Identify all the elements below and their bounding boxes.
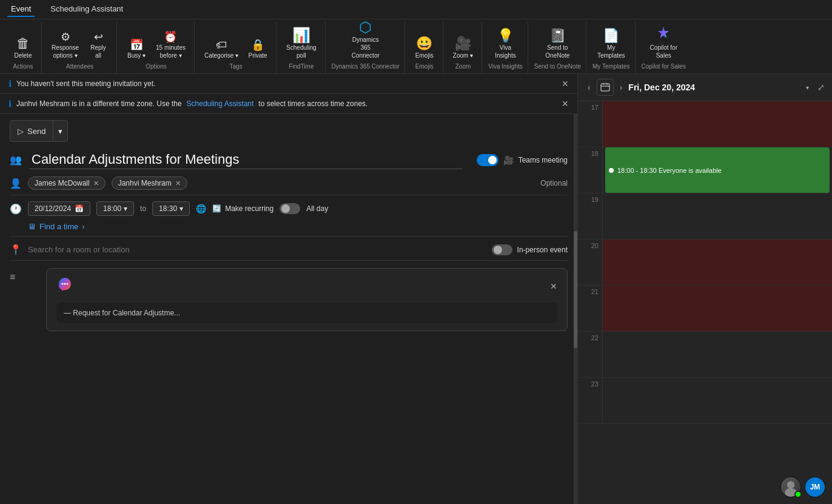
svg-point-2 xyxy=(67,283,69,285)
location-input[interactable] xyxy=(28,245,486,254)
my-templates-button[interactable]: 📄 MyTemplates xyxy=(594,27,629,62)
copilot-inner: — Request for Calendar Adjustme... xyxy=(56,303,557,323)
copilot-header: ✕ xyxy=(56,276,557,297)
send-dropdown-button[interactable]: ▾ xyxy=(53,121,67,141)
meeting-icon: 👥 xyxy=(10,154,22,166)
ribbon-group-tags: 🏷 Categorise ▾ 🔒 Private Tags xyxy=(196,22,277,73)
zoom-group-label: Zoom xyxy=(455,63,471,71)
categorise-icon: 🏷 xyxy=(216,39,227,50)
time-label-20: 20 xyxy=(578,240,602,249)
reply-all-button[interactable]: ↩ Replyall xyxy=(85,29,112,62)
scheduling-assistant-link[interactable]: Scheduling Assistant xyxy=(187,99,254,108)
calendar-date-dropdown[interactable]: ▾ xyxy=(806,84,809,91)
scheduling-poll-label: Schedulingpoll xyxy=(286,44,316,59)
all-day-label: All day xyxy=(306,204,328,213)
onenote-group-label: Send to OneNote xyxy=(534,63,581,71)
copilot-close-button[interactable]: ✕ xyxy=(550,281,557,291)
end-time-input[interactable]: 18:30 ▾ xyxy=(152,201,190,216)
tab-scheduling-assistant[interactable]: Scheduling Assistant xyxy=(47,2,127,17)
ribbon-group-copilot: Copilot forSales Copilot for Sales xyxy=(637,22,691,73)
ribbon-group-viva: 💡 VivaInsights Viva Insights xyxy=(483,22,528,73)
find-time-button[interactable]: 🖥 Find a time › xyxy=(28,222,85,231)
start-time-value: 18:00 xyxy=(103,204,121,213)
form-container: ▷ Send ▾ 👥 🎥 Teams meet xyxy=(0,114,577,504)
event-text-18: 18:00 - 18:30 Everyone is available xyxy=(617,167,722,174)
svg-point-7 xyxy=(787,481,794,488)
viva-insights-icon: 💡 xyxy=(497,29,514,42)
time-label-23: 23 xyxy=(578,378,602,388)
time-content-17 xyxy=(602,101,832,147)
attendee-janhvi-name: Janhvi Meshram xyxy=(118,179,172,187)
private-button[interactable]: 🔒 Private xyxy=(244,37,271,62)
svg-point-1 xyxy=(64,283,66,285)
time-label-18: 18 xyxy=(578,147,602,157)
cal-today-button[interactable] xyxy=(597,79,614,96)
send-onenote-button[interactable]: 📓 Send toOneNote xyxy=(542,27,573,62)
dynamics-group-label: Dynamics 365 Connector xyxy=(332,63,400,71)
teams-toggle[interactable] xyxy=(477,154,498,166)
dynamics365-icon: ⬡ xyxy=(359,20,372,35)
copilot-sales-button[interactable]: Copilot forSales xyxy=(646,23,681,62)
ribbon-group-attendees: ⚙ Responseoptions ▾ ↩ Replyall Attendees xyxy=(43,22,117,73)
send-row: ▷ Send ▾ xyxy=(10,120,568,142)
scroll-bar[interactable] xyxy=(574,114,577,504)
ribbon-group-options: 📅 Busy ▾ ⏰ 15 minutesbefore ▾ Options xyxy=(118,22,195,73)
attendee-janhvi-remove[interactable]: ✕ xyxy=(175,180,181,187)
delete-icon: 🗑 xyxy=(16,37,30,50)
busy-button[interactable]: 📅 Busy ▾ xyxy=(123,37,150,62)
location-row: 📍 In-person event xyxy=(10,244,568,261)
make-recurring-label: Make recurring xyxy=(225,204,273,213)
time-slot-23: 23 xyxy=(578,378,832,424)
send-arrow-icon: ▷ xyxy=(18,127,24,136)
delete-button[interactable]: 🗑 Delete xyxy=(10,35,36,62)
categorise-button[interactable]: 🏷 Categorise ▾ xyxy=(201,37,242,62)
event-block-18[interactable]: 18:00 - 18:30 Everyone is available xyxy=(605,147,830,193)
emojis-button[interactable]: 😀 Emojis xyxy=(411,35,438,62)
scheduling-poll-button[interactable]: 📊 Schedulingpoll xyxy=(283,25,320,62)
send-label: Send xyxy=(27,127,45,136)
emojis-icon: 😀 xyxy=(416,37,432,50)
to-label: to xyxy=(140,204,146,213)
alert1-close-button[interactable]: ✕ xyxy=(562,79,569,89)
calendar-expand-button[interactable]: ⤢ xyxy=(817,82,825,92)
private-icon: 🔒 xyxy=(251,39,264,50)
date-input[interactable]: 20/12/2024 📅 xyxy=(28,201,90,216)
dynamics365-button[interactable]: ⬡ Dynamics 365Connector xyxy=(344,18,387,62)
copilot-sales-group-label: Copilot for Sales xyxy=(642,63,686,71)
ribbon-group-zoom: 🎥 Zoom ▾ Zoom xyxy=(445,22,482,73)
all-day-toggle[interactable] xyxy=(280,203,300,214)
dynamics365-label: Dynamics 365Connector xyxy=(347,36,384,59)
actions-group-label: Actions xyxy=(13,63,33,71)
recurring-icon: 🔄 xyxy=(212,204,221,213)
cal-next-button[interactable]: › xyxy=(617,80,625,95)
info-icon-1: ℹ xyxy=(8,79,12,89)
time-content-22 xyxy=(602,332,832,377)
response-options-button[interactable]: ⚙ Responseoptions ▾ xyxy=(48,29,82,62)
calendar-icon: 📅 xyxy=(75,204,84,213)
make-recurring-button[interactable]: 🔄 Make recurring xyxy=(212,204,273,213)
categorise-label: Categorise ▾ xyxy=(204,52,238,59)
alert2-close-button[interactable]: ✕ xyxy=(562,99,569,109)
zoom-button[interactable]: 🎥 Zoom ▾ xyxy=(449,35,477,62)
copilot-sales-label: Copilot forSales xyxy=(649,44,677,59)
attendee-james-name: James McDowall xyxy=(35,179,90,187)
attendee-james-remove[interactable]: ✕ xyxy=(93,180,99,187)
time-slot-21: 21 xyxy=(578,286,832,332)
viva-insights-button[interactable]: 💡 VivaInsights xyxy=(491,27,519,62)
scroll-thumb xyxy=(574,231,577,348)
meeting-title-input[interactable] xyxy=(29,150,462,169)
send-button[interactable]: ▷ Send ▾ xyxy=(10,120,68,142)
alert2-text-before: Janhvi Meshram is in a different time zo… xyxy=(16,99,182,108)
15min-button[interactable]: ⏰ 15 minutesbefore ▾ xyxy=(152,29,189,62)
time-label-22: 22 xyxy=(578,332,602,341)
find-time-label: Find a time xyxy=(39,222,78,231)
send-main[interactable]: ▷ Send xyxy=(10,121,53,141)
monitor-icon: 🖥 xyxy=(28,222,36,231)
start-time-input[interactable]: 18:00 ▾ xyxy=(96,201,134,216)
cal-prev-button[interactable]: ‹ xyxy=(585,80,593,95)
avatar-area: JM xyxy=(780,476,826,498)
teams-label: Teams meeting xyxy=(518,156,568,164)
in-person-toggle[interactable] xyxy=(492,244,512,255)
tab-event[interactable]: Event xyxy=(7,2,35,17)
avatar-jm: JM xyxy=(804,476,826,498)
